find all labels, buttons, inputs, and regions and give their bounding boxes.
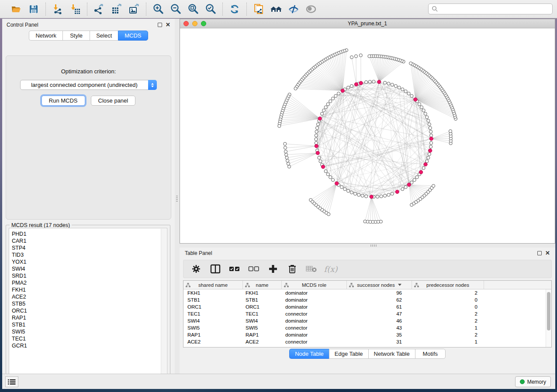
mcds-node[interactable] [424,162,427,166]
select-all-checkboxes-icon[interactable] [228,262,241,275]
network-node[interactable] [384,81,387,84]
horizontal-splitter[interactable] [180,244,555,248]
network-node[interactable] [334,94,337,97]
network-node[interactable] [426,160,429,163]
network-node[interactable] [372,80,375,83]
cell-predecessor-nodes[interactable]: 1 [412,324,484,331]
vertical-splitter[interactable] [175,19,180,374]
cell-shared-name[interactable]: RAP1 [183,331,243,338]
network-node[interactable] [350,56,353,59]
network-node[interactable] [287,165,291,168]
network-node[interactable] [318,156,321,159]
export-table-icon[interactable] [109,2,124,16]
network-node[interactable] [315,134,318,137]
network-node[interactable] [407,92,410,95]
export-network-icon[interactable] [92,2,107,16]
network-node[interactable] [391,192,394,195]
function-builder-icon[interactable]: f(x) [324,262,337,275]
mcds-node[interactable] [318,117,322,120]
import-network-icon[interactable] [50,2,65,16]
tab-motifs[interactable]: Motifs [415,349,446,359]
cell-shared-name[interactable]: SWI5 [183,324,243,331]
network-node[interactable] [429,141,432,144]
delete-table-icon[interactable] [305,262,318,275]
tab-edge-table[interactable]: Edge Table [329,349,368,359]
cell-predecessor-nodes[interactable]: 2 [412,317,484,324]
cell-shared-name[interactable]: FKH1 [183,289,243,296]
home-networks-icon[interactable] [269,2,284,16]
mcds-node[interactable] [370,195,373,199]
cell-predecessor-nodes[interactable]: 2 [412,289,484,296]
network-node[interactable] [284,150,287,153]
cell-predecessor-nodes[interactable]: 1 [412,338,484,345]
mcds-result-item[interactable]: SRD1 [12,272,167,279]
mcds-result-item[interactable]: FKH1 [12,286,167,293]
cell-MCDS-role[interactable]: connector [282,324,347,331]
network-node[interactable] [326,173,329,176]
network-node[interactable] [418,103,421,106]
network-node[interactable] [350,191,353,194]
mcds-node[interactable] [377,80,381,83]
network-node[interactable] [343,188,346,191]
network-node[interactable] [284,142,287,145]
table-row[interactable]: ACE2ACE2connector311 [183,338,546,345]
cell-successor-nodes[interactable]: 46 [347,317,412,324]
table-row[interactable]: SWI5SWI5connector431 [183,324,546,331]
network-window-titlebar[interactable]: YPA_prune.txt_1 [180,19,555,28]
tab-mcds[interactable]: MCDS [118,31,148,41]
network-node[interactable] [387,193,390,196]
close-window-icon[interactable]: ✕ [545,251,550,255]
network-node[interactable] [415,175,419,179]
mcds-result-item[interactable]: SWI5 [12,328,167,335]
network-node[interactable] [380,195,383,198]
cell-name[interactable]: FKH1 [243,289,282,296]
cell-name[interactable]: SWI5 [243,324,282,331]
delete-column-icon[interactable] [286,262,299,275]
open-folder-icon[interactable] [9,2,24,16]
cell-shared-name[interactable]: YOX1 [183,345,243,347]
network-node[interactable] [322,109,325,112]
cell-name[interactable]: ACE2 [243,338,282,345]
cell-MCDS-role[interactable]: dominator [282,296,347,303]
mcds-result-item[interactable]: YOX1 [12,258,167,265]
mcds-node[interactable] [341,89,344,93]
cell-MCDS-role[interactable]: dominator [282,289,347,296]
zoom-fit-icon[interactable] [186,2,201,16]
export-document-share-icon[interactable] [251,2,266,16]
column-header-name[interactable]: name [243,281,282,289]
maximize-traffic-icon[interactable] [201,21,206,26]
network-node[interactable] [332,179,335,182]
settings-gear-icon[interactable] [190,262,203,275]
mcds-result-item[interactable]: SWI4 [12,265,167,272]
table-row[interactable]: TEC1TEC1connector472 [183,310,546,317]
mcds-result-item[interactable]: ACE2 [12,293,167,300]
search-box[interactable] [428,3,553,14]
mcds-node[interactable] [316,151,319,155]
refresh-icon[interactable] [227,2,242,16]
splitter-handle[interactable] [176,196,178,203]
mcds-result-list[interactable]: PHD1CAR1STP4TID3YOX1SWI4SRD1PMA2FKH1ACE2… [9,228,167,382]
optimization-criterion-select[interactable]: largest connected component (undirected) [20,80,157,90]
mcds-result-item[interactable]: STB1 [12,321,167,328]
network-node[interactable] [413,179,416,182]
cell-successor-nodes[interactable]: 31 [347,338,412,345]
mcds-result-item[interactable]: STP4 [12,244,167,251]
cell-MCDS-role[interactable]: dominator [282,317,347,324]
network-node[interactable] [427,119,430,122]
table-row[interactable]: ORC1ORC1dominator610 [183,303,546,310]
network-node[interactable] [337,92,340,95]
cell-shared-name[interactable]: ACE2 [183,338,243,345]
cell-shared-name[interactable]: SWI4 [183,317,243,324]
mcds-node[interactable] [335,182,339,185]
table-scrollbar[interactable] [546,289,551,347]
float-window-icon[interactable] [537,251,542,255]
deselect-checkboxes-icon[interactable] [247,262,260,275]
run-mcds-button[interactable]: Run MCDS [42,96,85,106]
cell-name[interactable]: YOX1 [243,345,282,347]
network-node[interactable] [449,130,452,133]
mcds-node[interactable] [419,170,422,174]
network-node[interactable] [278,124,281,127]
network-node[interactable] [428,153,431,156]
network-node[interactable] [361,194,364,197]
cell-name[interactable]: TEC1 [243,310,282,317]
